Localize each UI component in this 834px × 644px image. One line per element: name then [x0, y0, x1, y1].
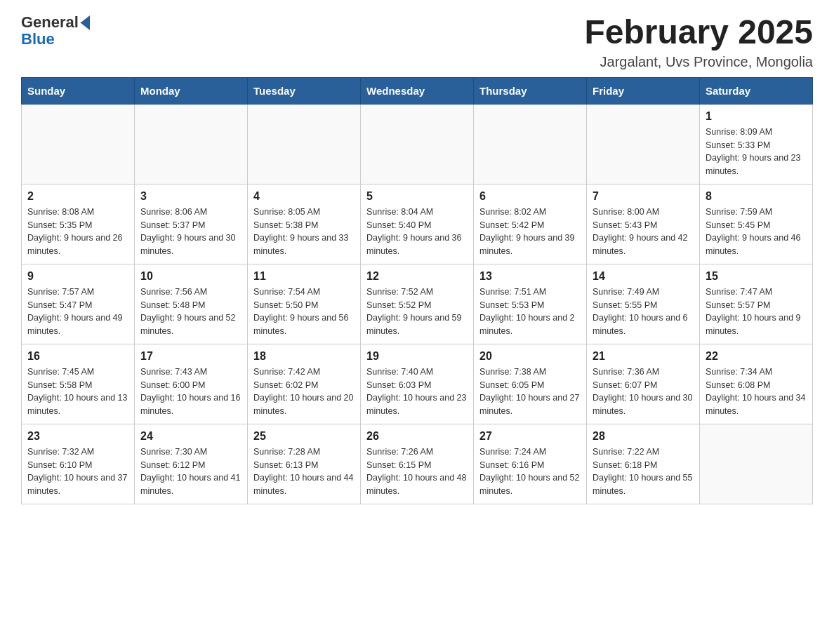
- calendar-day-cell: 3Sunrise: 8:06 AMSunset: 5:37 PMDaylight…: [135, 184, 248, 264]
- weekday-header-saturday: Saturday: [700, 77, 813, 104]
- calendar-day-cell: [474, 104, 587, 184]
- day-sun-info: Sunrise: 8:02 AMSunset: 5:42 PMDaylight:…: [479, 206, 581, 258]
- calendar-day-cell: 4Sunrise: 8:05 AMSunset: 5:38 PMDaylight…: [248, 184, 361, 264]
- calendar-table: SundayMondayTuesdayWednesdayThursdayFrid…: [21, 77, 813, 504]
- day-sun-info: Sunrise: 7:51 AMSunset: 5:53 PMDaylight:…: [479, 286, 581, 338]
- calendar-title-block: February 2025 Jargalant, Uvs Province, M…: [584, 14, 813, 70]
- day-sun-info: Sunrise: 7:26 AMSunset: 6:15 PMDaylight:…: [366, 445, 468, 498]
- calendar-day-cell: 11Sunrise: 7:54 AMSunset: 5:50 PMDayligh…: [248, 264, 361, 344]
- calendar-week-row: 1Sunrise: 8:09 AMSunset: 5:33 PMDaylight…: [22, 104, 813, 184]
- calendar-day-cell: 26Sunrise: 7:26 AMSunset: 6:15 PMDayligh…: [361, 424, 474, 504]
- calendar-week-row: 9Sunrise: 7:57 AMSunset: 5:47 PMDaylight…: [22, 264, 813, 344]
- weekday-header-sunday: Sunday: [22, 77, 135, 104]
- day-number: 6: [479, 190, 581, 203]
- day-number: 14: [593, 270, 694, 283]
- day-number: 18: [253, 350, 355, 363]
- day-sun-info: Sunrise: 7:38 AMSunset: 6:05 PMDaylight:…: [479, 365, 581, 418]
- day-number: 17: [140, 350, 241, 363]
- day-sun-info: Sunrise: 8:09 AMSunset: 5:33 PMDaylight:…: [706, 126, 807, 178]
- calendar-day-cell: 27Sunrise: 7:24 AMSunset: 6:16 PMDayligh…: [474, 424, 587, 504]
- day-sun-info: Sunrise: 7:47 AMSunset: 5:57 PMDaylight:…: [706, 286, 807, 338]
- calendar-day-cell: 24Sunrise: 7:30 AMSunset: 6:12 PMDayligh…: [135, 424, 248, 504]
- logo: General Blue: [21, 14, 90, 48]
- day-number: 15: [706, 270, 807, 283]
- calendar-day-cell: [135, 104, 248, 184]
- calendar-day-cell: 8Sunrise: 7:59 AMSunset: 5:45 PMDaylight…: [700, 184, 813, 264]
- day-sun-info: Sunrise: 8:04 AMSunset: 5:40 PMDaylight:…: [366, 206, 468, 258]
- weekday-header-row: SundayMondayTuesdayWednesdayThursdayFrid…: [22, 77, 813, 104]
- calendar-day-cell: [22, 104, 135, 184]
- day-sun-info: Sunrise: 8:06 AMSunset: 5:37 PMDaylight:…: [140, 206, 241, 258]
- day-sun-info: Sunrise: 7:30 AMSunset: 6:12 PMDaylight:…: [140, 445, 241, 498]
- day-sun-info: Sunrise: 7:54 AMSunset: 5:50 PMDaylight:…: [253, 286, 355, 338]
- calendar-day-cell: 22Sunrise: 7:34 AMSunset: 6:08 PMDayligh…: [700, 344, 813, 424]
- calendar-week-row: 23Sunrise: 7:32 AMSunset: 6:10 PMDayligh…: [22, 424, 813, 504]
- calendar-day-cell: 19Sunrise: 7:40 AMSunset: 6:03 PMDayligh…: [361, 344, 474, 424]
- calendar-day-cell: 14Sunrise: 7:49 AMSunset: 5:55 PMDayligh…: [587, 264, 700, 344]
- day-number: 12: [366, 270, 468, 283]
- day-sun-info: Sunrise: 7:24 AMSunset: 6:16 PMDaylight:…: [479, 445, 581, 498]
- day-sun-info: Sunrise: 7:40 AMSunset: 6:03 PMDaylight:…: [366, 365, 468, 418]
- calendar-day-cell: 7Sunrise: 8:00 AMSunset: 5:43 PMDaylight…: [587, 184, 700, 264]
- day-number: 25: [253, 430, 355, 443]
- calendar-day-cell: 25Sunrise: 7:28 AMSunset: 6:13 PMDayligh…: [248, 424, 361, 504]
- day-number: 24: [140, 430, 241, 443]
- day-sun-info: Sunrise: 7:36 AMSunset: 6:07 PMDaylight:…: [593, 365, 694, 418]
- calendar-day-cell: 5Sunrise: 8:04 AMSunset: 5:40 PMDaylight…: [361, 184, 474, 264]
- calendar-day-cell: 17Sunrise: 7:43 AMSunset: 6:00 PMDayligh…: [135, 344, 248, 424]
- calendar-day-cell: 20Sunrise: 7:38 AMSunset: 6:05 PMDayligh…: [474, 344, 587, 424]
- day-number: 9: [27, 270, 128, 283]
- day-sun-info: Sunrise: 8:05 AMSunset: 5:38 PMDaylight:…: [253, 206, 355, 258]
- day-sun-info: Sunrise: 8:00 AMSunset: 5:43 PMDaylight:…: [593, 206, 694, 258]
- day-sun-info: Sunrise: 7:42 AMSunset: 6:02 PMDaylight:…: [253, 365, 355, 418]
- day-number: 8: [706, 190, 807, 203]
- weekday-header-friday: Friday: [587, 77, 700, 104]
- day-number: 19: [366, 350, 468, 363]
- calendar-header: SundayMondayTuesdayWednesdayThursdayFrid…: [22, 77, 813, 104]
- calendar-day-cell: 9Sunrise: 7:57 AMSunset: 5:47 PMDaylight…: [22, 264, 135, 344]
- calendar-week-row: 16Sunrise: 7:45 AMSunset: 5:58 PMDayligh…: [22, 344, 813, 424]
- day-sun-info: Sunrise: 7:52 AMSunset: 5:52 PMDaylight:…: [366, 286, 468, 338]
- day-number: 23: [27, 430, 128, 443]
- calendar-day-cell: 16Sunrise: 7:45 AMSunset: 5:58 PMDayligh…: [22, 344, 135, 424]
- calendar-week-row: 2Sunrise: 8:08 AMSunset: 5:35 PMDaylight…: [22, 184, 813, 264]
- day-number: 16: [27, 350, 128, 363]
- day-sun-info: Sunrise: 7:22 AMSunset: 6:18 PMDaylight:…: [593, 445, 694, 498]
- day-sun-info: Sunrise: 8:08 AMSunset: 5:35 PMDaylight:…: [27, 206, 128, 258]
- day-number: 28: [593, 430, 694, 443]
- calendar-day-cell: 12Sunrise: 7:52 AMSunset: 5:52 PMDayligh…: [361, 264, 474, 344]
- day-sun-info: Sunrise: 7:56 AMSunset: 5:48 PMDaylight:…: [140, 286, 241, 338]
- calendar-day-cell: 1Sunrise: 8:09 AMSunset: 5:33 PMDaylight…: [700, 104, 813, 184]
- calendar-day-cell: 10Sunrise: 7:56 AMSunset: 5:48 PMDayligh…: [135, 264, 248, 344]
- day-sun-info: Sunrise: 7:34 AMSunset: 6:08 PMDaylight:…: [706, 365, 807, 418]
- day-sun-info: Sunrise: 7:32 AMSunset: 6:10 PMDaylight:…: [27, 445, 128, 498]
- day-sun-info: Sunrise: 7:59 AMSunset: 5:45 PMDaylight:…: [706, 206, 807, 258]
- day-number: 2: [27, 190, 128, 203]
- day-number: 4: [253, 190, 355, 203]
- day-number: 20: [479, 350, 581, 363]
- calendar-day-cell: 13Sunrise: 7:51 AMSunset: 5:53 PMDayligh…: [474, 264, 587, 344]
- weekday-header-tuesday: Tuesday: [248, 77, 361, 104]
- day-number: 22: [706, 350, 807, 363]
- calendar-day-cell: 15Sunrise: 7:47 AMSunset: 5:57 PMDayligh…: [700, 264, 813, 344]
- logo-general-text: General: [21, 14, 79, 31]
- day-number: 1: [706, 110, 807, 123]
- day-number: 3: [140, 190, 241, 203]
- calendar-day-cell: 2Sunrise: 8:08 AMSunset: 5:35 PMDaylight…: [22, 184, 135, 264]
- calendar-body: 1Sunrise: 8:09 AMSunset: 5:33 PMDaylight…: [22, 104, 813, 504]
- day-number: 26: [366, 430, 468, 443]
- day-sun-info: Sunrise: 7:28 AMSunset: 6:13 PMDaylight:…: [253, 445, 355, 498]
- day-number: 11: [253, 270, 355, 283]
- page-header: General Blue February 2025 Jargalant, Uv…: [21, 14, 813, 70]
- calendar-day-cell: [248, 104, 361, 184]
- calendar-day-cell: 28Sunrise: 7:22 AMSunset: 6:18 PMDayligh…: [587, 424, 700, 504]
- day-sun-info: Sunrise: 7:49 AMSunset: 5:55 PMDaylight:…: [593, 286, 694, 338]
- calendar-subtitle: Jargalant, Uvs Province, Mongolia: [584, 54, 813, 70]
- calendar-day-cell: 21Sunrise: 7:36 AMSunset: 6:07 PMDayligh…: [587, 344, 700, 424]
- day-sun-info: Sunrise: 7:57 AMSunset: 5:47 PMDaylight:…: [27, 286, 128, 338]
- day-number: 10: [140, 270, 241, 283]
- day-number: 7: [593, 190, 694, 203]
- weekday-header-thursday: Thursday: [474, 77, 587, 104]
- calendar-title: February 2025: [584, 14, 813, 51]
- calendar-day-cell: 23Sunrise: 7:32 AMSunset: 6:10 PMDayligh…: [22, 424, 135, 504]
